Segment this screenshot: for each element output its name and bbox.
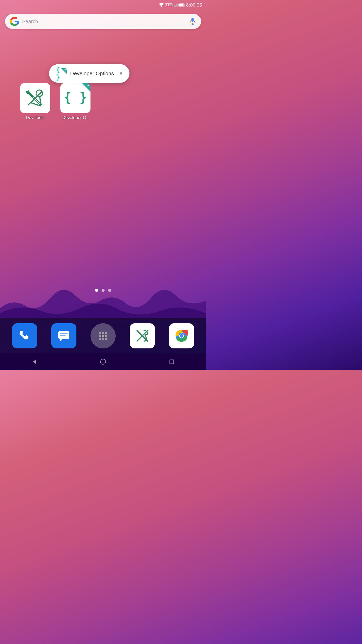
tooltip-title: Developer Options bbox=[70, 70, 116, 76]
home-icon bbox=[100, 358, 106, 365]
developer-options-label: Developer O.. bbox=[62, 115, 89, 120]
devtools-icon-bg[interactable] bbox=[20, 83, 50, 113]
lte-icon: LTE bbox=[165, 3, 173, 7]
recents-button[interactable] bbox=[165, 355, 178, 368]
back-button[interactable] bbox=[28, 355, 41, 368]
tooltip-app-icon: { } ★ bbox=[56, 68, 67, 79]
dock-devtools-button[interactable] bbox=[130, 323, 155, 348]
back-icon bbox=[31, 358, 38, 365]
svg-rect-0 bbox=[174, 6, 174, 7]
developer-options-icon-bg[interactable]: ★ { } bbox=[60, 83, 90, 113]
app-grid: Dev Tools ★ { } Developer O.. bbox=[20, 83, 90, 120]
svg-point-27 bbox=[99, 338, 101, 340]
svg-point-24 bbox=[99, 335, 101, 337]
svg-point-29 bbox=[105, 338, 107, 340]
app-item-developer-options[interactable]: ★ { } Developer O.. bbox=[60, 83, 90, 120]
svg-rect-3 bbox=[177, 3, 177, 7]
wifi-icon bbox=[159, 3, 164, 7]
google-logo bbox=[10, 17, 19, 26]
dock-messages-button[interactable] bbox=[51, 323, 76, 348]
messages-icon bbox=[56, 328, 71, 343]
tooltip-star: ★ bbox=[64, 68, 66, 71]
dock-devtools-icon bbox=[133, 327, 151, 345]
microphone-icon[interactable] bbox=[189, 18, 196, 25]
recents-icon bbox=[168, 358, 175, 365]
status-icons: LTE 8:00:35 bbox=[159, 3, 202, 8]
phone-icon bbox=[17, 328, 32, 343]
svg-point-34 bbox=[180, 334, 183, 338]
app-tooltip: { } ★ Developer Options ≡ bbox=[49, 64, 129, 83]
hamburger-icon[interactable]: ≡ bbox=[120, 71, 122, 76]
svg-point-36 bbox=[101, 359, 106, 364]
svg-marker-18 bbox=[60, 339, 63, 341]
status-time: 8:00:35 bbox=[186, 3, 202, 8]
home-button[interactable] bbox=[97, 355, 109, 368]
svg-rect-37 bbox=[170, 360, 174, 364]
svg-rect-17 bbox=[58, 331, 69, 339]
svg-point-28 bbox=[102, 338, 104, 340]
svg-rect-5 bbox=[179, 4, 184, 6]
app-drawer-icon bbox=[96, 328, 111, 343]
svg-rect-1 bbox=[175, 5, 175, 7]
svg-point-25 bbox=[102, 335, 104, 337]
svg-point-26 bbox=[105, 335, 107, 337]
svg-point-21 bbox=[99, 332, 101, 334]
svg-rect-2 bbox=[176, 4, 176, 7]
dock-app-drawer-button[interactable] bbox=[90, 323, 116, 348]
search-bar[interactable]: Search... bbox=[5, 14, 201, 29]
nav-bar bbox=[0, 353, 206, 370]
signal-icon bbox=[173, 3, 177, 7]
svg-marker-35 bbox=[33, 359, 36, 364]
search-placeholder: Search... bbox=[22, 19, 189, 24]
svg-point-23 bbox=[105, 332, 107, 334]
dock-phone-button[interactable] bbox=[12, 323, 37, 348]
status-bar: LTE 8:00:35 bbox=[0, 0, 206, 10]
svg-point-22 bbox=[102, 332, 104, 334]
dock bbox=[0, 318, 206, 353]
svg-rect-6 bbox=[191, 18, 194, 22]
devtools-icon bbox=[24, 87, 47, 109]
chrome-icon bbox=[173, 327, 190, 345]
devtools-label: Dev Tools bbox=[26, 115, 44, 120]
dock-chrome-button[interactable] bbox=[169, 323, 194, 348]
svg-text:{ }: { } bbox=[64, 90, 87, 105]
app-item-devtools[interactable]: Dev Tools bbox=[20, 83, 50, 120]
mountain-silhouette bbox=[0, 278, 206, 318]
battery-icon bbox=[178, 3, 185, 7]
